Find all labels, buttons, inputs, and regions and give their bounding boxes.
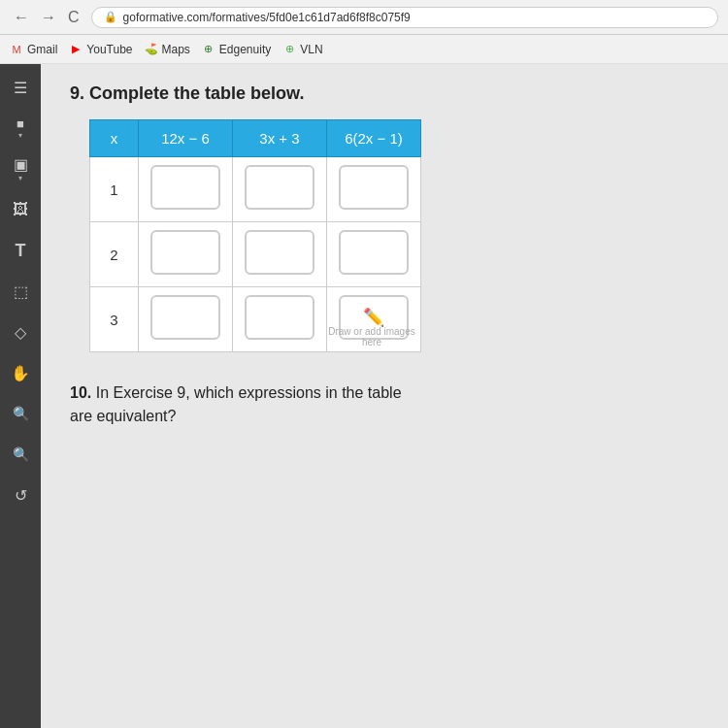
question-9-number: 9.: [70, 83, 84, 103]
undo-icon: ↺: [15, 486, 27, 505]
bookmark-maps[interactable]: ⛳ Maps: [145, 43, 190, 56]
zoom-out-icon: 🔍: [13, 447, 29, 462]
reload-button[interactable]: C: [64, 7, 83, 28]
table-row-1: 1: [90, 157, 421, 222]
hand-icon: ✋: [11, 364, 30, 382]
back-button[interactable]: ←: [10, 7, 33, 28]
row-2-cell-1[interactable]: [139, 222, 233, 287]
browser-chrome: ← → C 🔒 goformative.com/formatives/5fd0e…: [0, 0, 728, 35]
table-row-2: 2: [90, 222, 421, 287]
select-icon: ⬚: [14, 282, 28, 301]
bookmark-edgenuity[interactable]: ⊕ Edgenuity: [202, 43, 271, 56]
text-icon: T: [16, 241, 26, 261]
row-2-box-1[interactable]: [150, 230, 220, 275]
row-3-cell-2[interactable]: [233, 287, 327, 352]
lock-icon: 🔒: [104, 11, 117, 23]
row-1-box-3[interactable]: [339, 165, 409, 210]
pencil-draw-icon: ✏️: [363, 307, 384, 328]
sidebar-zoom-out[interactable]: 🔍: [3, 439, 38, 470]
row-3-box-3[interactable]: ✏️: [339, 295, 409, 340]
cursor-arrow-icon: ▾: [18, 131, 22, 140]
sidebar: ☰ ■ ▾ ▣ ▾ 🖼 T ⬚ ◇ ✋ 🔍 🔍 ↺: [0, 64, 41, 728]
row-3-cell-1[interactable]: [139, 287, 233, 352]
shapes-arrow-icon: ▾: [18, 174, 22, 182]
url-text: goformative.com/formatives/5fd0e1c61d7ad…: [123, 11, 411, 24]
row-3-box-1[interactable]: [150, 295, 220, 340]
sidebar-diamond[interactable]: ◇: [3, 316, 38, 347]
row-3-box-2[interactable]: [245, 295, 314, 340]
cursor-icon: ■: [17, 116, 24, 131]
sidebar-cursor[interactable]: ■ ▾: [3, 113, 38, 144]
shapes-icon: ▣: [14, 155, 28, 174]
row-2-cell-2[interactable]: [233, 222, 327, 287]
row-1-x: 1: [90, 157, 139, 222]
sidebar-image[interactable]: 🖼: [3, 194, 38, 225]
sidebar-zoom-in[interactable]: 🔍: [3, 398, 38, 429]
bookmark-edgenuity-label: Edgenuity: [219, 43, 271, 56]
math-table: x 12x − 6 3x + 3 6(2x − 1) 1: [89, 119, 421, 352]
bookmark-maps-label: Maps: [162, 43, 190, 56]
maps-icon: ⛳: [145, 43, 158, 56]
forward-button[interactable]: →: [37, 7, 60, 28]
row-1-cell-3[interactable]: [327, 157, 421, 222]
col-header-expr3: 6(2x − 1): [327, 120, 421, 157]
sidebar-text[interactable]: T: [3, 235, 38, 266]
bookmark-gmail-label: Gmail: [27, 43, 57, 56]
bookmark-youtube-label: YouTube: [86, 43, 132, 56]
main-layout: ☰ ■ ▾ ▣ ▾ 🖼 T ⬚ ◇ ✋ 🔍 🔍 ↺: [0, 64, 728, 728]
table-header-row: x 12x − 6 3x + 3 6(2x − 1): [90, 120, 421, 157]
question-9-text: Complete the table below.: [89, 83, 304, 103]
sidebar-select[interactable]: ⬚: [3, 276, 38, 307]
row-2-box-3[interactable]: [339, 230, 409, 275]
sidebar-menu[interactable]: ☰: [3, 72, 38, 103]
question-10: 10. In Exercise 9, which expressions in …: [70, 381, 699, 428]
col-header-expr2: 3x + 3: [233, 120, 327, 157]
col-header-expr1: 12x − 6: [139, 120, 233, 157]
edgenuity-icon: ⊕: [202, 43, 215, 56]
question-10-body: In Exercise 9, which expressions in the …: [70, 384, 402, 424]
row-2-x: 2: [90, 222, 139, 287]
zoom-in-icon: 🔍: [13, 406, 29, 421]
bookmark-youtube[interactable]: ▶ YouTube: [69, 43, 132, 56]
content-area: 9. Complete the table below. x 12x − 6 3…: [41, 64, 728, 728]
row-2-cell-3[interactable]: [327, 222, 421, 287]
row-1-cell-1[interactable]: [139, 157, 233, 222]
col-header-x: x: [90, 120, 139, 157]
youtube-icon: ▶: [69, 43, 83, 56]
row-1-box-1[interactable]: [150, 165, 220, 210]
question-10-number: 10.: [70, 384, 91, 401]
nav-buttons: ← → C: [10, 7, 83, 28]
sidebar-hand[interactable]: ✋: [3, 357, 38, 388]
row-1-cell-2[interactable]: [233, 157, 327, 222]
table-row-3: 3 ✏️ Draw or add images here: [90, 287, 421, 352]
row-1-box-2[interactable]: [245, 165, 314, 210]
gmail-icon: M: [10, 43, 23, 56]
address-bar[interactable]: 🔒 goformative.com/formatives/5fd0e1c61d7…: [91, 7, 718, 28]
bookmark-vln-label: VLN: [300, 43, 322, 56]
image-icon: 🖼: [13, 201, 28, 218]
diamond-icon: ◇: [15, 323, 26, 342]
bookmark-vln[interactable]: ⊕ VLN: [282, 43, 322, 56]
row-3-x: 3: [90, 287, 139, 352]
bookmark-gmail[interactable]: M Gmail: [10, 43, 57, 56]
row-2-box-2[interactable]: [245, 230, 314, 275]
sidebar-shapes[interactable]: ▣ ▾: [3, 153, 38, 184]
vln-icon: ⊕: [282, 43, 296, 56]
bookmarks-bar: M Gmail ▶ YouTube ⛳ Maps ⊕ Edgenuity ⊕ V…: [0, 35, 728, 64]
question-9: 9. Complete the table below. x 12x − 6 3…: [70, 83, 699, 352]
question-10-text: 10. In Exercise 9, which expressions in …: [70, 381, 699, 428]
row-3-cell-3[interactable]: ✏️ Draw or add images here: [327, 287, 421, 352]
question-9-title: 9. Complete the table below.: [70, 83, 699, 104]
menu-icon: ☰: [14, 79, 27, 97]
sidebar-undo[interactable]: ↺: [3, 480, 38, 511]
